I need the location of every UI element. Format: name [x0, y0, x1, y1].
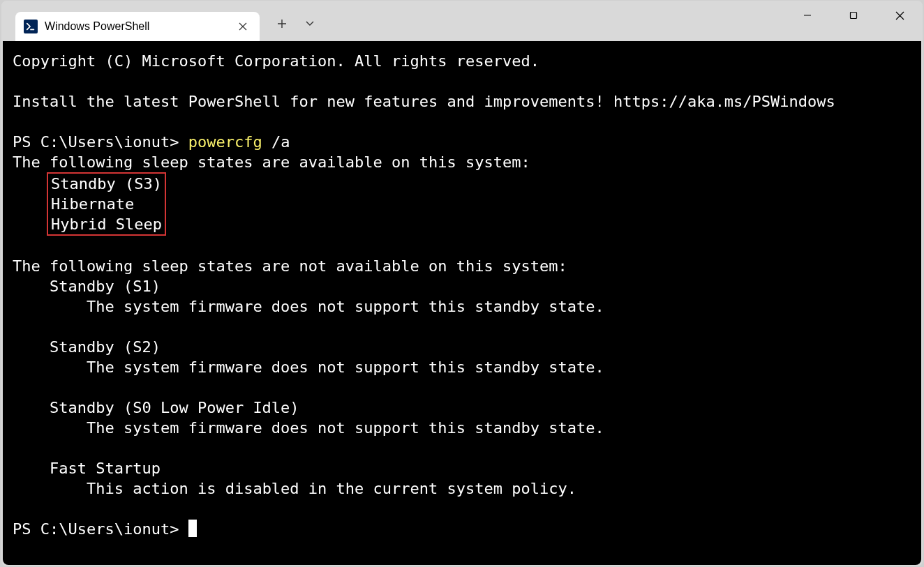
state-hybrid: Hybrid Sleep	[51, 216, 162, 233]
terminal-output[interactable]: Copyright (C) Microsoft Corporation. All…	[3, 41, 921, 565]
prompt-2: PS C:\Users\ionut>	[13, 520, 188, 538]
na-s2-reason: The system firmware does not support thi…	[87, 358, 604, 376]
svg-rect-0	[851, 13, 857, 19]
copyright-line: Copyright (C) Microsoft Corporation. All…	[13, 52, 539, 70]
window-controls	[784, 1, 923, 30]
state-hibernate: Hibernate	[51, 195, 134, 213]
na-s0-name: Standby (S0 Low Power Idle)	[50, 399, 299, 416]
terminal-window: Windows PowerShell	[1, 1, 923, 566]
na-fast-reason: This action is disabled in the current s…	[87, 480, 576, 497]
na-fast-name: Fast Startup	[50, 460, 161, 477]
tab-powershell[interactable]: Windows PowerShell	[15, 12, 260, 41]
prompt-1: PS C:\Users\ionut>	[13, 133, 188, 151]
new-tab-button[interactable]	[268, 10, 296, 38]
titlebar: Windows PowerShell	[1, 1, 923, 41]
state-s3: Standby (S3)	[51, 175, 162, 192]
highlighted-sleep-states: Standby (S3) Hibernate Hybrid Sleep	[47, 172, 166, 236]
command-arg: /a	[262, 133, 290, 151]
na-s0-reason: The system firmware does not support thi…	[87, 419, 604, 437]
na-s1-reason: The system firmware does not support thi…	[87, 298, 604, 315]
tab-close-button[interactable]	[234, 18, 251, 35]
powershell-icon	[24, 20, 38, 33]
tab-dropdown-button[interactable]	[296, 10, 324, 38]
close-button[interactable]	[877, 1, 923, 30]
not-available-header: The following sleep states are not avail…	[13, 257, 567, 275]
na-s1-name: Standby (S1)	[50, 278, 161, 295]
available-header: The following sleep states are available…	[13, 153, 530, 171]
na-s2-name: Standby (S2)	[50, 338, 161, 356]
maximize-button[interactable]	[830, 1, 877, 30]
tab-title: Windows PowerShell	[45, 20, 228, 33]
cursor	[188, 520, 197, 537]
command-name: powercfg	[188, 133, 262, 151]
minimize-button[interactable]	[784, 1, 830, 30]
install-message: Install the latest PowerShell for new fe…	[13, 93, 835, 110]
